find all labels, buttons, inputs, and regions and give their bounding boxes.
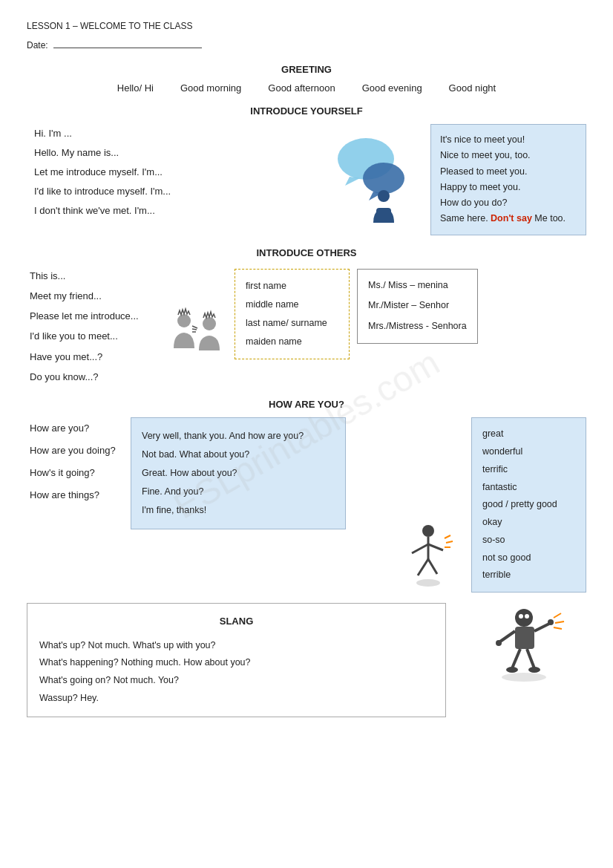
name-types-box: first name middle name last name/ surnam… <box>235 269 350 359</box>
greeting-word-2: Good afternoon <box>268 82 335 94</box>
slang-box: SLANG What's up? Not much. What's up wit… <box>27 603 446 717</box>
intro-yourself-icon <box>319 124 423 235</box>
intro-phrase-1: Hello. My name is... <box>34 143 312 163</box>
svg-line-10 <box>412 544 428 553</box>
svg-point-4 <box>378 190 390 202</box>
how-adjectives: great wonderful terrific fantastic good … <box>471 417 586 593</box>
intro-phrase-3: I'd like to introduce myself. I'm... <box>34 182 312 201</box>
intro-phrase-0: Hi. I'm ... <box>34 124 312 143</box>
how-are-you-heading: HOW ARE YOU? <box>27 399 586 410</box>
intro-others-left: This is... Meet my friend... Please let … <box>27 266 160 388</box>
svg-line-32 <box>554 627 562 629</box>
chat-person-icon <box>330 135 412 224</box>
introduce-others-heading: INTRODUCE OTHERS <box>27 247 586 258</box>
intro-yourself-right: It's nice to meet you! Nice to meet you,… <box>430 124 586 235</box>
greeting-word-1: Good morning <box>180 82 241 94</box>
introduce-yourself-heading: INTRODUCE YOURSELF <box>27 105 586 117</box>
svg-line-27 <box>527 649 534 668</box>
titles-box: Ms./ Miss – menina Mr./Mister – Senhor M… <box>357 269 478 344</box>
greeting-heading: GREETING <box>27 64 586 75</box>
svg-point-19 <box>519 614 523 619</box>
intro-others-people-icon <box>168 266 227 388</box>
stick-figure-icon <box>390 522 456 589</box>
lesson-title: LESSON 1 – WELCOME TO THE CLASS <box>27 21 586 31</box>
svg-line-24 <box>534 624 549 631</box>
svg-rect-5 <box>376 208 391 221</box>
intro-phrase-2: Let me introduce myself. I'm... <box>34 163 312 182</box>
how-are-you-section: How are you? How are you doing? How's it… <box>27 417 586 593</box>
svg-line-12 <box>418 559 428 575</box>
how-responses: Very well, thank you. And how are you? N… <box>131 417 346 529</box>
svg-line-15 <box>445 535 450 538</box>
svg-point-6 <box>177 314 191 327</box>
date-line: Date: <box>27 40 586 50</box>
svg-line-16 <box>446 541 453 543</box>
svg-point-14 <box>416 579 440 587</box>
greeting-row: Hello/ Hi Good morning Good afternoon Go… <box>27 82 586 94</box>
svg-point-33 <box>502 673 546 682</box>
how-questions: How are you? How are you doing? How's it… <box>27 417 123 506</box>
svg-point-2 <box>363 163 404 194</box>
robot-figure-icon <box>473 603 570 707</box>
greeting-word-3: Good evening <box>362 82 422 94</box>
intro-phrase-4: I don't think we've met. I'm... <box>34 201 312 221</box>
introduce-yourself-section: Hi. I'm ... Hello. My name is... Let me … <box>27 124 586 235</box>
introduce-others-section: This is... Meet my friend... Please let … <box>27 266 586 388</box>
svg-line-22 <box>500 631 515 642</box>
svg-line-26 <box>512 649 520 668</box>
svg-line-31 <box>555 621 564 623</box>
intro-yourself-left: Hi. I'm ... Hello. My name is... Let me … <box>27 124 312 235</box>
svg-line-11 <box>428 544 443 550</box>
svg-point-23 <box>496 640 502 646</box>
svg-point-20 <box>525 614 529 619</box>
svg-rect-21 <box>515 627 534 649</box>
slang-section: SLANG What's up? Not much. What's up wit… <box>27 603 586 717</box>
slang-heading: SLANG <box>39 613 433 631</box>
svg-point-25 <box>548 619 554 625</box>
svg-marker-1 <box>345 177 360 186</box>
greeting-word-0: Hello/ Hi <box>117 82 154 94</box>
svg-point-8 <box>422 525 434 537</box>
svg-line-30 <box>554 613 561 618</box>
svg-point-7 <box>203 317 216 330</box>
svg-point-18 <box>515 609 533 627</box>
slang-right-figure <box>456 603 586 707</box>
svg-point-28 <box>506 667 518 673</box>
svg-line-13 <box>428 559 437 574</box>
greeting-word-4: Good night <box>449 82 496 94</box>
svg-point-29 <box>528 667 540 673</box>
dont-say-text: Don't say <box>491 213 532 223</box>
